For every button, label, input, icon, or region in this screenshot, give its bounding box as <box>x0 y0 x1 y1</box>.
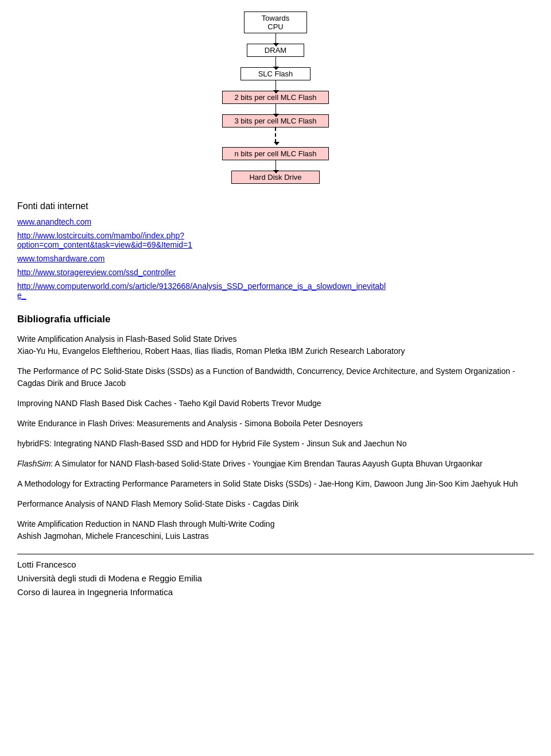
arrow-mlc3-nbit <box>275 128 276 142</box>
footer-university: Università degli studi di Modena e Reggi… <box>17 572 534 585</box>
link-storagereview[interactable]: http://www.storagereview.com/ssd_control… <box>17 268 534 277</box>
bib-title-9: Write Amplification Reduction in NAND Fl… <box>17 519 274 541</box>
bib-entry-1: Write Amplification Analysis in Flash-Ba… <box>17 333 534 357</box>
arrow-dram-slc <box>276 57 276 67</box>
diagram-box-cpu: TowardsCPU <box>244 11 307 33</box>
bib-title-3: Improving NAND Flash Based Disk Caches -… <box>17 399 321 408</box>
link-lostcircuits[interactable]: http://www.lostcircuits.com/mambo//index… <box>17 231 534 249</box>
bib-authors-1: Xiao-Yu Hu, Evangelos Eleftheriou, Rober… <box>17 346 405 356</box>
link-anandtech[interactable]: www.anandtech.com <box>17 217 534 226</box>
arrow-cpu-dram <box>276 33 276 44</box>
bib-entry-8: Performance Analysis of NAND Flash Memor… <box>17 498 534 510</box>
bib-title-7: A Methodology for Extracting Performance… <box>17 479 518 488</box>
bib-entry-9: Write Amplification Reduction in NAND Fl… <box>17 518 534 542</box>
bibliography-heading: Bibliografia ufficiale <box>17 314 534 325</box>
link-computerworld[interactable]: http://www.computerworld.com/s/article/9… <box>17 281 534 300</box>
bib-entry-7: A Methodology for Extracting Performance… <box>17 478 534 490</box>
arrow-nbit-hdd <box>276 160 276 171</box>
footer-name: Lotti Francesco <box>17 558 534 572</box>
arrow-slc-mlc2 <box>276 80 276 91</box>
bib-entry-4: Write Endurance in Flash Drives: Measure… <box>17 418 534 430</box>
bib-entry-6: FlashSim: A Simulator for NAND Flash-bas… <box>17 458 534 470</box>
bib-title-rest-6: : A Simulator for NAND Flash-based Solid… <box>51 459 482 468</box>
internet-sources-heading: Fonti dati internet <box>17 201 534 211</box>
link-tomshardware[interactable]: www.tomshardware.com <box>17 254 534 263</box>
bib-entry-5: hybridFS: Integrating NAND Flash-Based S… <box>17 438 534 450</box>
storage-hierarchy-diagram: TowardsCPU DRAM SLC Flash 2 bits per cel… <box>17 11 534 184</box>
footer-degree: Corso di laurea in Ingegneria Informatic… <box>17 585 534 599</box>
bib-title-4: Write Endurance in Flash Drives: Measure… <box>17 419 363 428</box>
arrow-mlc2-mlc3 <box>276 104 276 114</box>
bib-title-1: Write Amplification Analysis in Flash-Ba… <box>17 334 237 344</box>
diagram-box-nbit: n bits per cell MLC Flash <box>222 147 328 160</box>
bib-title-5: hybridFS: Integrating NAND Flash-Based S… <box>17 439 407 448</box>
bib-title-italic-6: FlashSim <box>17 459 51 468</box>
bib-entry-2: The Performance of PC Solid-State Disks … <box>17 365 534 389</box>
bib-title-2: The Performance of PC Solid-State Disks … <box>17 367 515 388</box>
bib-title-8: Performance Analysis of NAND Flash Memor… <box>17 499 298 508</box>
footer-section: Lotti Francesco Università degli studi d… <box>17 554 534 599</box>
bib-entry-3: Improving NAND Flash Based Disk Caches -… <box>17 398 534 410</box>
